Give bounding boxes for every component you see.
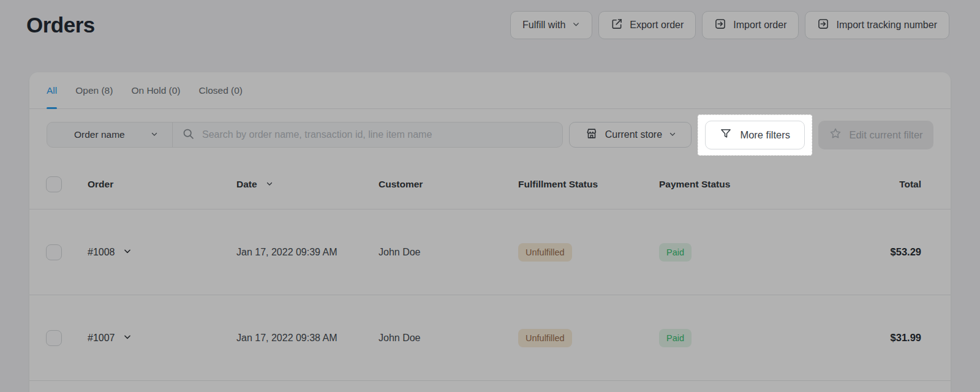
tour-spotlight: More filters xyxy=(698,115,812,156)
filter-funnel-icon xyxy=(720,127,732,142)
dim-overlay xyxy=(0,0,980,392)
more-filters-label: More filters xyxy=(740,129,790,141)
more-filters-button[interactable]: More filters xyxy=(705,121,805,149)
orders-page: Orders Fulfill with Export order xyxy=(0,0,980,392)
